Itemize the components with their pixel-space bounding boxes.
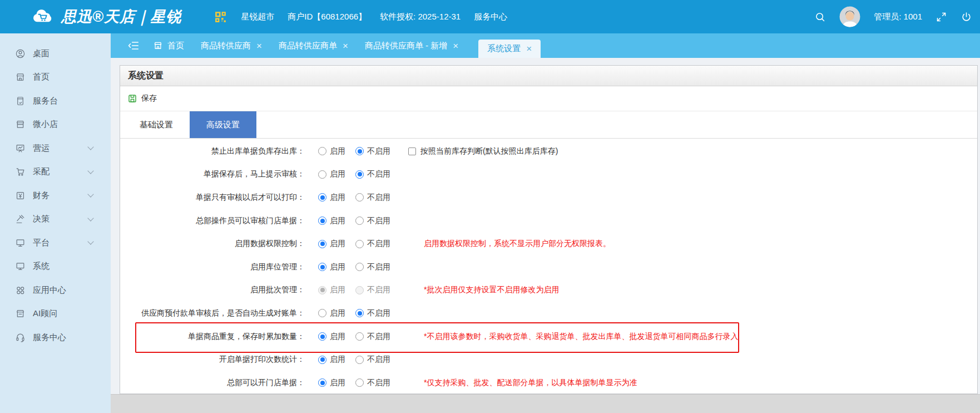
radio-option-disable[interactable]: 不启用 xyxy=(355,262,390,272)
radio-option-enable[interactable]: 启用 xyxy=(318,355,345,365)
radio-option-enable[interactable]: 启用 xyxy=(318,193,345,203)
radio-button[interactable] xyxy=(318,170,326,179)
checkbox-option[interactable]: 按照当前库存判断(默认按照出库后库存) xyxy=(408,146,558,156)
sidebar-item-platform[interactable]: 平台 xyxy=(0,231,111,255)
radio-option-disable[interactable]: 不启用 xyxy=(355,169,390,179)
radio-button[interactable] xyxy=(318,263,326,271)
sidebar-item-app-center[interactable]: 应用中心 xyxy=(0,278,111,302)
save-icon xyxy=(127,94,137,104)
sidebar-item-desktop[interactable]: 桌面 xyxy=(0,42,111,66)
radio-label: 启用 xyxy=(330,193,345,203)
radio-button[interactable] xyxy=(355,263,364,271)
setting-label: 总部可以开门店单据： xyxy=(120,378,305,388)
radio-button[interactable] xyxy=(355,332,364,341)
radio-option-disable[interactable]: 不启用 xyxy=(355,378,390,388)
radio-option-enable[interactable]: 启用 xyxy=(318,332,345,342)
radio-group: 启用不启用 xyxy=(318,216,396,226)
radio-button[interactable] xyxy=(318,356,326,364)
store-name[interactable]: 星锐超市 xyxy=(241,12,274,22)
sidebar-item-service-center[interactable]: 服务中心 xyxy=(0,326,111,350)
tab-item[interactable]: 商品转供应商单 - 新增× xyxy=(365,33,458,58)
radio-option-enable[interactable]: 启用 xyxy=(318,169,345,179)
tab-home[interactable]: 首页 xyxy=(153,41,184,51)
radio-button[interactable] xyxy=(318,193,326,201)
radio-label: 不启用 xyxy=(367,169,390,179)
radio-group: 启用不启用 xyxy=(318,355,396,365)
tab-item[interactable]: 系统设置× xyxy=(478,40,541,58)
sidebar-item-micro-store[interactable]: 微小店 xyxy=(0,113,111,137)
radio-button[interactable] xyxy=(355,147,364,155)
collapse-menu-icon[interactable] xyxy=(127,40,140,52)
radio-button[interactable] xyxy=(355,309,364,317)
save-button[interactable]: 保存 xyxy=(127,94,157,104)
fullscreen-icon[interactable] xyxy=(936,11,947,23)
radio-button[interactable] xyxy=(355,170,364,179)
radio-button[interactable] xyxy=(318,147,326,155)
tab-home-label: 首页 xyxy=(167,41,184,51)
radio-button[interactable] xyxy=(355,378,364,387)
sidebar-item-service-desk[interactable]: 服务台 xyxy=(0,89,111,113)
radio-option-enable[interactable]: 启用 xyxy=(318,146,345,156)
tab-close-icon[interactable]: × xyxy=(526,44,532,53)
radio-option-enable[interactable]: 启用 xyxy=(318,262,345,272)
chevron-down-icon xyxy=(87,215,93,221)
radio-option-disable[interactable]: 不启用 xyxy=(355,355,390,365)
ai-advisor-icon xyxy=(15,308,26,319)
radio-option-disable[interactable]: 不启用 xyxy=(355,239,390,249)
radio-button xyxy=(318,286,326,294)
tab-item[interactable]: 商品转供应商× xyxy=(201,33,262,58)
radio-button[interactable] xyxy=(318,378,326,387)
sidebar-item-system[interactable]: 系统 xyxy=(0,255,111,279)
avatar[interactable] xyxy=(839,6,860,27)
tab-label: 商品转供应商单 - 新增 xyxy=(365,41,447,51)
radio-option-enable[interactable]: 启用 xyxy=(318,378,345,388)
radio-label: 启用 xyxy=(330,216,345,226)
sidebar-item-procurement[interactable]: 采配 xyxy=(0,160,111,184)
power-icon[interactable] xyxy=(961,11,972,23)
radio-label: 不启用 xyxy=(367,285,390,295)
service-center-link[interactable]: 服务中心 xyxy=(474,12,507,22)
settings-tab[interactable]: 基础设置 xyxy=(123,111,190,138)
radio-button[interactable] xyxy=(355,240,364,248)
checkbox[interactable] xyxy=(408,148,416,155)
radio-option-disable[interactable]: 不启用 xyxy=(355,146,390,156)
radio-option-enable[interactable]: 启用 xyxy=(318,308,345,318)
radio-button[interactable] xyxy=(355,193,364,201)
radio-button[interactable] xyxy=(318,309,326,317)
settings-tab[interactable]: 高级设置 xyxy=(190,111,256,138)
radio-label: 不启用 xyxy=(367,193,390,203)
settings-form: 禁止出库单据负库存出库：启用不启用按照当前库存判断(默认按照出库后库存)单据保存… xyxy=(120,139,977,395)
radio-button[interactable] xyxy=(318,217,326,225)
radio-label: 不启用 xyxy=(367,378,390,388)
qr-code-icon[interactable] xyxy=(214,10,227,24)
radio-button[interactable] xyxy=(355,217,364,225)
tab-item[interactable]: 商品转供应商单× xyxy=(279,33,348,58)
sidebar-item-decision[interactable]: 决策 xyxy=(0,208,111,232)
tab-close-icon[interactable]: × xyxy=(256,41,262,51)
tab-close-icon[interactable]: × xyxy=(453,41,458,51)
merchant-id: 商户ID【60812066】 xyxy=(288,12,367,22)
radio-button[interactable] xyxy=(318,240,326,248)
radio-option-enable[interactable]: 启用 xyxy=(318,216,345,226)
radio-option-disable[interactable]: 不启用 xyxy=(355,216,390,226)
sidebar-item-finance[interactable]: 财务 xyxy=(0,184,111,208)
radio-option-enable[interactable]: 启用 xyxy=(318,239,345,249)
sidebar-item-ai-advisor[interactable]: AI顾问 xyxy=(0,302,111,326)
setting-label: 开启单据打印次数统计： xyxy=(120,355,305,365)
radio-option-disable[interactable]: 不启用 xyxy=(355,308,390,318)
admin-user-label[interactable]: 管理员: 1001 xyxy=(874,12,922,22)
sidebar-item-operations[interactable]: 营运 xyxy=(0,136,111,160)
radio-label: 不启用 xyxy=(367,262,390,272)
chevron-down-icon xyxy=(87,191,93,198)
radio-option-disable: 不启用 xyxy=(355,285,390,295)
setting-label: 启用库位管理： xyxy=(120,262,305,272)
radio-option-disable[interactable]: 不启用 xyxy=(355,332,390,342)
radio-button[interactable] xyxy=(318,332,326,341)
tab-close-icon[interactable]: × xyxy=(343,41,348,51)
sidebar-item-home[interactable]: 首页 xyxy=(0,66,111,90)
search-icon[interactable] xyxy=(814,11,826,23)
setting-row: 总部操作员可以审核门店单据：启用不启用 xyxy=(120,209,977,233)
platform-icon xyxy=(15,238,26,248)
radio-button[interactable] xyxy=(355,356,364,364)
radio-option-disable[interactable]: 不启用 xyxy=(355,193,390,203)
